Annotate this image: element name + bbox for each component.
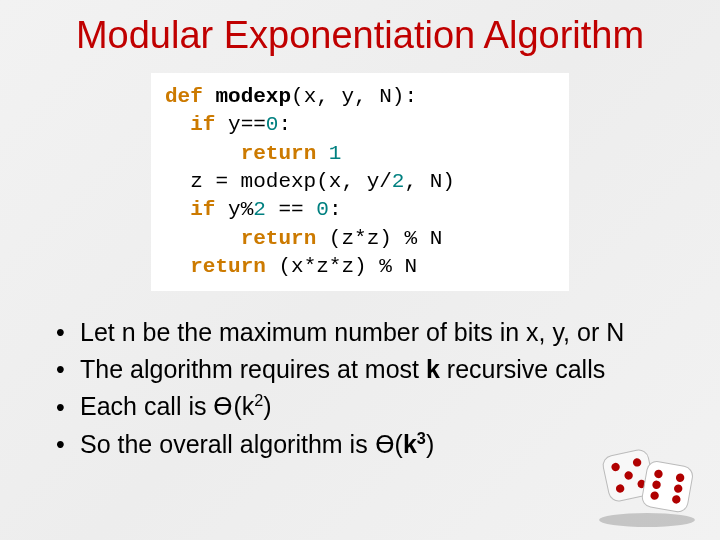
svg-rect-7 bbox=[641, 460, 694, 513]
bullet-text: Each call is ϴ(k2) bbox=[80, 389, 272, 424]
bullet-dot-icon: • bbox=[56, 352, 80, 387]
bullet-text: So the overall algorithm is ϴ(k3) bbox=[80, 427, 434, 462]
text-frag: Each call is bbox=[80, 393, 213, 421]
colon2: : bbox=[329, 198, 342, 221]
slide-title: Modular Exponentiation Algorithm bbox=[0, 0, 720, 67]
ret2-tail: (z*z) % N bbox=[316, 227, 442, 250]
code-block: def modexp(x, y, N): if y==0: return 1 z… bbox=[151, 73, 569, 291]
theta: ϴ(k bbox=[213, 393, 254, 421]
num-one: 1 bbox=[316, 142, 341, 165]
bold-k: k bbox=[426, 355, 440, 383]
num-zero2: 0 bbox=[316, 198, 329, 221]
keyword-return: return bbox=[241, 142, 317, 165]
eqeq: == bbox=[266, 198, 316, 221]
list-item: • Each call is ϴ(k2) bbox=[56, 389, 680, 424]
text-frag: recursive calls bbox=[440, 355, 605, 383]
ret3-tail: (x*z*z) % N bbox=[266, 255, 417, 278]
svg-point-0 bbox=[599, 513, 695, 527]
keyword-return2: return bbox=[241, 227, 317, 250]
num-mod2: 2 bbox=[253, 198, 266, 221]
keyword-if: if bbox=[190, 113, 215, 136]
colon: : bbox=[278, 113, 291, 136]
bold-k: k bbox=[403, 430, 417, 458]
list-item: • The algorithm requires at most k recur… bbox=[56, 352, 680, 387]
text-frag: So the overall algorithm is bbox=[80, 430, 375, 458]
params: (x, y, N): bbox=[291, 85, 417, 108]
keyword-if2: if bbox=[190, 198, 215, 221]
bullet-dot-icon: • bbox=[56, 390, 80, 425]
bullet-dot-icon: • bbox=[56, 427, 80, 462]
bullet-text: Let n be the maximum number of bits in x… bbox=[80, 315, 624, 350]
list-item: • Let n be the maximum number of bits in… bbox=[56, 315, 680, 350]
exponent: 2 bbox=[254, 391, 263, 409]
list-item: • So the overall algorithm is ϴ(k3) bbox=[56, 427, 680, 462]
keyword-def: def bbox=[165, 85, 203, 108]
close-paren: ) bbox=[426, 430, 434, 458]
assign-tail: , N) bbox=[404, 170, 454, 193]
function-name: modexp bbox=[215, 85, 291, 108]
assign-line: z = modexp(x, y/ bbox=[165, 170, 392, 193]
num-zero: 0 bbox=[266, 113, 279, 136]
text-frag: The algorithm requires at most bbox=[80, 355, 426, 383]
num-two: 2 bbox=[392, 170, 405, 193]
exponent: 3 bbox=[417, 429, 426, 447]
theta: ϴ( bbox=[375, 430, 403, 458]
close-paren: ) bbox=[263, 393, 271, 421]
cond2: y% bbox=[215, 198, 253, 221]
cond1: y== bbox=[215, 113, 265, 136]
dice-icon bbox=[592, 438, 702, 528]
bullet-text: The algorithm requires at most k recursi… bbox=[80, 352, 605, 387]
keyword-return3: return bbox=[190, 255, 266, 278]
bullet-dot-icon: • bbox=[56, 315, 80, 350]
